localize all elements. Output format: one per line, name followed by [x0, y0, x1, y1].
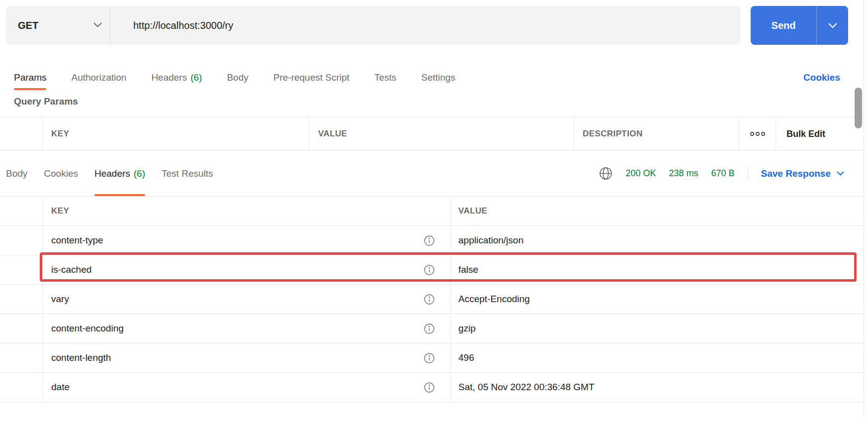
table-row: vary Accept-Encoding [0, 285, 864, 314]
info-icon[interactable] [424, 382, 435, 393]
table-header-row: KEY VALUE [0, 197, 864, 226]
more-options-button[interactable] [739, 117, 776, 150]
row-gutter [0, 285, 43, 314]
tab-tests[interactable]: Tests [374, 65, 396, 90]
chevron-down-icon [93, 22, 102, 28]
header-value: 496 [458, 352, 474, 363]
tab-headers[interactable]: Headers (6) [151, 65, 202, 90]
url-builder: GET [6, 6, 741, 45]
resp-headers-count-badge: (6) [134, 168, 145, 179]
response-size: 670 B [711, 168, 734, 179]
method-select[interactable]: GET [6, 6, 110, 45]
info-icon[interactable] [424, 264, 435, 276]
tab-body[interactable]: Body [227, 65, 248, 90]
headers-count-badge: (6) [190, 72, 202, 83]
header-key: vary [51, 294, 69, 305]
info-icon[interactable] [424, 294, 435, 305]
chevron-down-icon [828, 23, 837, 28]
send-button[interactable]: Send [751, 6, 817, 45]
row-gutter [0, 343, 43, 372]
url-input[interactable] [110, 20, 741, 31]
row-gutter [0, 373, 43, 402]
url-field-wrap [110, 6, 741, 45]
column-header-key: KEY [43, 197, 450, 225]
status-code: 200 OK [625, 168, 656, 179]
header-key: content-encoding [51, 323, 124, 334]
send-options-button[interactable] [817, 6, 848, 45]
header-value: Sat, 05 Nov 2022 00:36:48 GMT [458, 382, 595, 393]
divider [864, 0, 864, 417]
tab-settings[interactable]: Settings [421, 65, 455, 90]
table-row: date Sat, 05 Nov 2022 00:36:48 GMT [0, 373, 864, 402]
row-gutter [0, 255, 43, 284]
header-value: false [458, 264, 478, 275]
column-header-description: DESCRIPTION [574, 117, 739, 150]
cookies-link[interactable]: Cookies [803, 65, 840, 90]
response-time: 238 ms [669, 168, 698, 179]
header-value: Accept-Encoding [458, 294, 530, 305]
resp-tab-headers[interactable]: Headers (6) [94, 151, 145, 196]
resp-tab-cookies[interactable]: Cookies [44, 151, 78, 196]
header-key: content-type [51, 235, 103, 246]
bulk-edit-button[interactable]: Bulk Edit [776, 117, 864, 150]
resp-tab-test-results[interactable]: Test Results [162, 151, 213, 196]
query-params-table: KEY VALUE DESCRIPTION Bulk Edit [0, 117, 864, 151]
globe-icon [599, 167, 612, 180]
tab-authorization[interactable]: Authorization [71, 65, 126, 90]
info-icon[interactable] [424, 352, 435, 364]
header-key: date [51, 382, 70, 393]
info-icon[interactable] [424, 235, 435, 246]
response-tabs: Body Cookies Headers (6) Test Results [6, 151, 213, 196]
postman-request-view: GET Send Params Authorization Headers (6… [0, 0, 868, 434]
table-row: content-length 496 [0, 343, 864, 373]
response-headers-table: KEY VALUE content-type application/json [0, 196, 864, 402]
table-gutter [0, 117, 43, 150]
column-header-value: VALUE [450, 197, 864, 225]
row-gutter [0, 314, 43, 343]
column-header-key: KEY [43, 117, 309, 150]
tab-params[interactable]: Params [14, 65, 46, 90]
table-row-highlighted: is-cached false [0, 255, 864, 285]
method-label: GET [18, 20, 38, 31]
info-icon[interactable] [424, 323, 435, 334]
chevron-down-icon [837, 171, 844, 176]
column-header-value: VALUE [309, 117, 574, 150]
row-gutter [0, 226, 43, 255]
three-dots-icon [750, 131, 766, 137]
header-key: is-cached [51, 264, 91, 275]
resp-tab-body[interactable]: Body [6, 151, 27, 196]
table-row: content-type application/json [0, 226, 864, 255]
table-row: content-encoding gzip [0, 314, 864, 343]
query-params-title: Query Params [14, 96, 78, 107]
header-value: application/json [458, 235, 523, 246]
row-gutter [0, 197, 43, 225]
response-status-bar: 200 OK 238 ms 670 B Save Response [599, 151, 844, 196]
scrollbar-thumb[interactable] [855, 88, 862, 128]
divider [748, 167, 748, 181]
save-response-button[interactable]: Save Response [761, 168, 844, 179]
send-split-button: Send [751, 6, 848, 45]
request-tabs: Params Authorization Headers (6) Body Pr… [14, 65, 455, 90]
header-value: gzip [458, 323, 476, 334]
header-key: content-length [51, 352, 111, 363]
tab-pre-request-script[interactable]: Pre-request Script [273, 65, 349, 90]
